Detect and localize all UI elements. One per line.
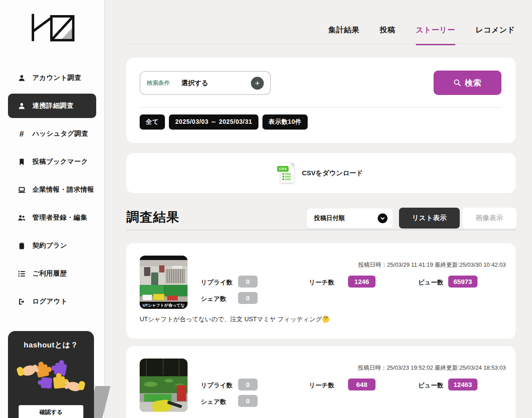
reply-count-badge: 0 [238, 379, 258, 390]
reach-count-label: リーチ数 [309, 382, 334, 390]
view-count-badge: 12463 [448, 379, 477, 390]
result-card: 投稿日時：25/03/23 19:52:02 最終更新:25/03/24 18:… [126, 346, 516, 418]
reach-count-badge: 648 [348, 379, 376, 390]
search-condition-select[interactable]: 検索条件 選択する + [140, 71, 271, 95]
top-tabs: 集計結果 投稿 ストーリー レコメンド [329, 25, 515, 45]
csv-download-button[interactable]: CSV CSVをダウンロード [126, 153, 516, 193]
logout-icon [18, 298, 26, 306]
reply-count-label: リプライ数 [201, 279, 232, 287]
csv-file-icon: CSV [279, 163, 294, 183]
sidebar-nav: アカウント調査 連携詳細調査 # ハッシュタグ調査 投稿ブックマーク 企業情報・… [0, 62, 104, 317]
tab-stories[interactable]: ストーリー [416, 25, 455, 45]
person-icon [18, 102, 26, 110]
sort-dropdown-value: 投稿日付順 [314, 214, 345, 222]
sidebar-item-post-bookmark[interactable]: 投稿ブックマーク [8, 150, 96, 174]
post-thumbnail[interactable] [140, 359, 188, 412]
share-count-badge: 0 [238, 292, 258, 304]
share-count-label: シェア数 [201, 398, 226, 406]
sidebar-item-logout[interactable]: ログアウト [8, 289, 96, 314]
sidebar-item-label: ご利用履歴 [32, 269, 67, 278]
reply-count-label: リプライ数 [201, 382, 232, 390]
promo-title: hashoutとは？ [8, 340, 94, 350]
view-count-badge: 65973 [448, 276, 477, 288]
sidebar-item-account-research[interactable]: アカウント調査 [8, 66, 96, 90]
post-date: 投稿日時：25/03/29 11:41:19 最終更新:25/03/30 10:… [358, 261, 506, 269]
thumbnail-overlay-text: UTシャフトが合ってな [140, 302, 188, 309]
chevron-down-icon [378, 213, 387, 223]
bookmark-icon [18, 158, 26, 166]
sidebar-item-usage-history[interactable]: ご利用履歴 [8, 261, 96, 286]
search-icon [454, 79, 461, 87]
search-button-label: 検索 [465, 78, 482, 88]
hashtag-icon: # [18, 130, 26, 138]
sidebar-item-label: 企業情報・請求情報 [32, 185, 94, 194]
list-icon [18, 270, 26, 278]
puzzle-hands-illustration [8, 354, 94, 396]
results-heading: 調査結果 [126, 209, 180, 226]
hashout-logo-icon[interactable] [27, 12, 76, 44]
sidebar: アカウント調査 連携詳細調査 # ハッシュタグ調査 投稿ブックマーク 企業情報・… [0, 0, 105, 418]
result-card: UTシャフトが合ってな 投稿日時：25/03/29 11:41:19 最終更新:… [126, 243, 516, 339]
csv-badge: CSV [277, 166, 289, 172]
results-divider [126, 229, 516, 230]
laptop-icon [18, 186, 26, 194]
csv-download-label: CSVをダウンロード [302, 169, 363, 177]
share-count-label: シェア数 [201, 295, 226, 303]
people-icon [18, 214, 26, 222]
search-condition-value: 選択する [181, 79, 208, 87]
promo-confirm-button[interactable]: 確認する [19, 405, 83, 418]
sidebar-item-linked-detail-research[interactable]: 連携詳細調査 [8, 94, 96, 118]
clipboard-icon [18, 242, 26, 250]
search-panel: 検索条件 選択する + 検索 全て 2025/03/03 ～ 2025/03/3… [126, 58, 516, 143]
view-count-label: ビュー数 [418, 279, 443, 287]
search-divider [140, 107, 502, 108]
chip-display-count[interactable]: 表示数10件 [262, 114, 308, 130]
sidebar-item-label: ログアウト [32, 297, 67, 306]
tabs-divider [126, 43, 516, 44]
tab-posts[interactable]: 投稿 [380, 25, 395, 45]
sort-dropdown[interactable]: 投稿日付順 [307, 209, 393, 228]
chip-all[interactable]: 全て [140, 114, 165, 130]
hashout-promo-card: hashoutとは？ [8, 331, 94, 418]
reach-count-badge: 1246 [348, 276, 376, 288]
post-date: 投稿日時：25/03/23 19:52:02 最終更新:25/03/24 18:… [358, 364, 506, 372]
main-content: 集計結果 投稿 ストーリー レコメンド 検索条件 選択する + 検索 全て 20… [105, 0, 532, 418]
add-condition-button[interactable]: + [251, 77, 264, 90]
image-view-button[interactable]: 画像表示 [462, 208, 516, 229]
sidebar-item-admin-register-edit[interactable]: 管理者登録・編集 [8, 205, 96, 230]
sidebar-item-label: 管理者登録・編集 [32, 213, 87, 222]
share-count-badge: 0 [238, 395, 258, 407]
tab-aggregate-results[interactable]: 集計結果 [329, 25, 360, 45]
post-caption: UTシャフトが合ってないので、注文 USTマミヤ フィッティング🤔 [140, 315, 330, 323]
sidebar-item-label: 契約プラン [32, 241, 67, 250]
sidebar-item-label: ハッシュタグ調査 [32, 130, 88, 138]
sidebar-item-contract-plan[interactable]: 契約プラン [8, 233, 96, 258]
reach-count-label: リーチ数 [309, 279, 334, 287]
sidebar-item-company-billing-info[interactable]: 企業情報・請求情報 [8, 177, 96, 202]
person-icon [18, 74, 26, 82]
chip-date-range[interactable]: 2025/03/03 ～ 2025/03/31 [169, 114, 258, 130]
search-button[interactable]: 検索 [434, 71, 501, 95]
sidebar-item-label: 連携詳細調査 [32, 102, 74, 110]
search-condition-label: 検索条件 [147, 79, 170, 87]
sidebar-item-label: 投稿ブックマーク [32, 158, 88, 166]
list-view-button[interactable]: リスト表示 [399, 208, 460, 229]
view-count-label: ビュー数 [418, 382, 443, 390]
filter-chips: 全て 2025/03/03 ～ 2025/03/31 表示数10件 [140, 114, 308, 130]
tab-recommend[interactable]: レコメンド [476, 25, 516, 45]
post-thumbnail[interactable]: UTシャフトが合ってな [140, 256, 188, 309]
sidebar-item-label: アカウント調査 [32, 74, 81, 82]
reply-count-badge: 0 [238, 276, 258, 288]
sidebar-item-hashtag-research[interactable]: # ハッシュタグ調査 [8, 122, 96, 146]
